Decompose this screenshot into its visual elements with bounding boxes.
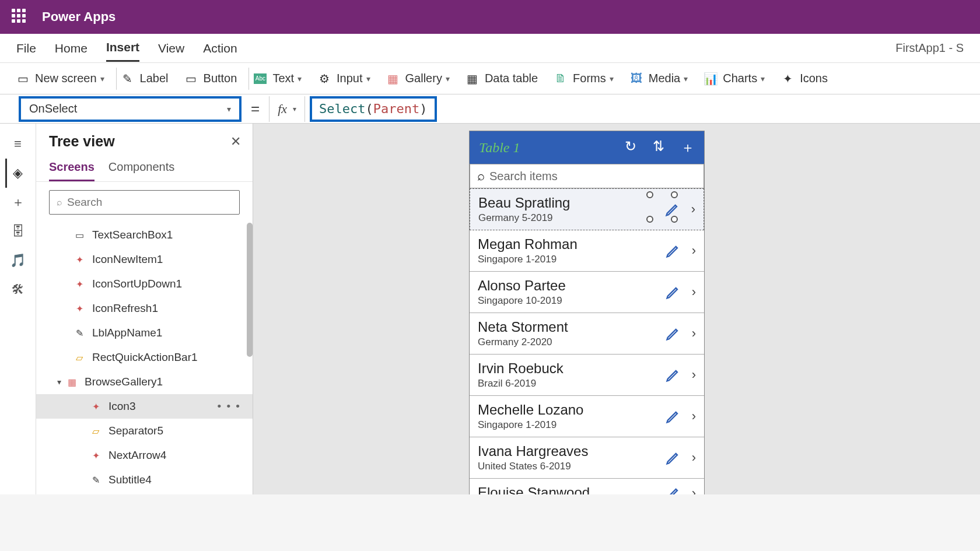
edit-icon[interactable] (665, 408, 681, 424)
menu-file[interactable]: File (16, 36, 36, 61)
tree-item-label: Subtitle4 (108, 473, 152, 486)
tab-screens[interactable]: Screens (49, 155, 94, 181)
chevron-down-icon: ▾ (366, 74, 370, 83)
menu-insert[interactable]: Insert (106, 34, 139, 62)
chevron-right-icon[interactable]: › (692, 409, 696, 424)
plus-icon[interactable]: ＋ (6, 188, 30, 217)
list-item[interactable]: Neta StormentGermany 2-2020› (470, 313, 704, 355)
formula-paren: ) (419, 101, 427, 116)
list-item[interactable]: Megan RohmanSingapore 1-2019› (470, 230, 704, 272)
edit-icon[interactable] (665, 284, 681, 300)
media-rail-icon[interactable]: 🎵 (6, 246, 30, 275)
list-item-sub: Singapore 1-2019 (478, 254, 665, 265)
forms-button[interactable]: 🗎 Forms ▾ (554, 72, 614, 85)
tree-item[interactable]: ▱Separator5 (36, 419, 253, 443)
tree-search-input[interactable] (67, 196, 232, 209)
label-button[interactable]: ✎ Label (121, 72, 169, 85)
list-item[interactable]: Elouise Stanwood› (470, 479, 704, 494)
chevron-right-icon[interactable]: › (691, 202, 695, 217)
list-item[interactable]: Beau SpratlingGermany 5-2019› (470, 188, 704, 230)
list-item[interactable]: Mechelle LozanoSingapore 1-2019› (470, 396, 704, 437)
tree-item-label: Icon3 (108, 400, 135, 413)
media-button[interactable]: 🖼 Media ▾ (630, 72, 688, 85)
chevron-right-icon[interactable]: › (692, 450, 696, 465)
edit-icon[interactable] (665, 243, 681, 259)
preview-title: Table 1 (479, 140, 520, 156)
chevron-right-icon[interactable]: › (692, 243, 696, 258)
edit-icon[interactable] (665, 367, 681, 383)
fx-label: fx (278, 101, 287, 117)
canvas[interactable]: Table 1 ↻ ⇅ ＋ ⌕ Search items Beau Spratl… (253, 124, 980, 494)
chevron-down-icon[interactable]: ▾ (57, 377, 61, 387)
gallery-button[interactable]: ▦ Gallery ▾ (387, 72, 450, 85)
icon-node-icon: ✦ (72, 278, 86, 290)
tree-item[interactable]: ✎LblAppName1 (36, 321, 253, 345)
list-item-name: Megan Rohman (478, 236, 665, 252)
menu-view[interactable]: View (158, 36, 184, 61)
formula-input[interactable]: Select(Parent) (310, 96, 436, 122)
icon-node-icon: ✦ (72, 303, 86, 314)
tree-view-icon[interactable]: ◈ (5, 159, 29, 188)
data-icon[interactable]: 🗄 (6, 217, 30, 246)
tree-item-label: RectQuickActionBar1 (92, 351, 198, 364)
tools-icon[interactable]: 🛠 (6, 275, 30, 304)
hamburger-icon[interactable]: ≡ (6, 129, 30, 159)
refresh-icon[interactable]: ↻ (625, 138, 636, 157)
charts-icon: 📊 (704, 73, 717, 84)
menu-home[interactable]: Home (55, 36, 88, 61)
app-launcher-icon[interactable] (12, 9, 28, 25)
tab-components[interactable]: Components (108, 155, 174, 181)
tree-item-selected[interactable]: ✦Icon3• • • (36, 394, 253, 419)
search-icon: ⌕ (477, 169, 485, 184)
chevron-down-icon: ▾ (610, 74, 614, 83)
tree-item[interactable]: ✦IconRefresh1 (36, 296, 253, 321)
chevron-right-icon[interactable]: › (692, 326, 696, 341)
list-item[interactable]: Irvin RoebuckBrazil 6-2019› (470, 355, 704, 396)
tree-items: ▭TextSearchBox1 ✦IconNewItem1 ✦IconSortU… (36, 220, 253, 494)
tree-item[interactable]: ✦NextArrow4 (36, 443, 253, 468)
tree-item[interactable]: ✦IconNewItem1 (36, 247, 253, 272)
edit-icon[interactable] (665, 325, 681, 342)
list-item[interactable]: Ivana HargreavesUnited States 6-2019› (470, 437, 704, 479)
tree-search[interactable]: ⌕ (49, 190, 240, 215)
button-button[interactable]: ▭ Button (185, 72, 237, 85)
scrollbar-thumb[interactable] (247, 223, 253, 357)
chevron-right-icon[interactable]: › (692, 285, 696, 300)
input-button[interactable]: ⚙ Input ▾ (318, 72, 370, 85)
close-icon[interactable]: ✕ (230, 134, 241, 149)
edit-icon[interactable] (665, 450, 681, 466)
selection-handles[interactable] (646, 191, 678, 223)
charts-button[interactable]: 📊 Charts ▾ (704, 72, 765, 85)
edit-icon[interactable] (665, 485, 681, 494)
icons-button[interactable]: ✦ Icons (781, 72, 828, 85)
gallery-label: Gallery (405, 72, 442, 85)
chevron-right-icon[interactable]: › (692, 486, 696, 494)
screen-icon: ▭ (16, 73, 29, 84)
new-screen-button[interactable]: ▭ New screen ▾ (16, 72, 104, 85)
media-icon: 🖼 (630, 73, 643, 84)
add-icon[interactable]: ＋ (681, 138, 695, 157)
text-button[interactable]: Abc Text ▾ (254, 72, 302, 85)
rect-node-icon: ▱ (89, 425, 103, 437)
menu-action[interactable]: Action (203, 36, 237, 61)
tree-item[interactable]: ✦IconSortUpDown1 (36, 272, 253, 296)
tree-item[interactable]: ✎Subtitle4 (36, 468, 253, 492)
more-icon[interactable]: • • • (217, 400, 241, 413)
tree-item[interactable]: ▭TextSearchBox1 (36, 223, 253, 247)
chevron-right-icon[interactable]: › (692, 367, 696, 382)
tree-view-panel: Tree view ✕ Screens Components ⌕ ▭TextSe… (36, 124, 253, 494)
data-table-button[interactable]: ▦ Data table (466, 72, 538, 85)
fx-button[interactable]: fx ▾ (269, 96, 305, 122)
preview-search[interactable]: ⌕ Search items (470, 164, 704, 188)
tree-item-collapsible[interactable]: ▾▦BrowseGallery1 (36, 370, 253, 394)
property-select[interactable]: OnSelect ▾ (19, 96, 242, 122)
sort-icon[interactable]: ⇅ (653, 138, 664, 157)
tree-item[interactable]: ▱RectQuickActionBar1 (36, 345, 253, 370)
chevron-down-icon: ▾ (684, 74, 688, 83)
left-rail: ≡ ◈ ＋ 🗄 🎵 🛠 (0, 124, 36, 494)
list-item-name: Alonso Partee (478, 278, 665, 294)
list-item[interactable]: Alonso ParteeSingapore 10-2019› (470, 272, 704, 313)
gallery-icon: ▦ (387, 73, 400, 84)
data-table-label: Data table (485, 72, 538, 85)
formula-paren: ( (366, 101, 373, 116)
